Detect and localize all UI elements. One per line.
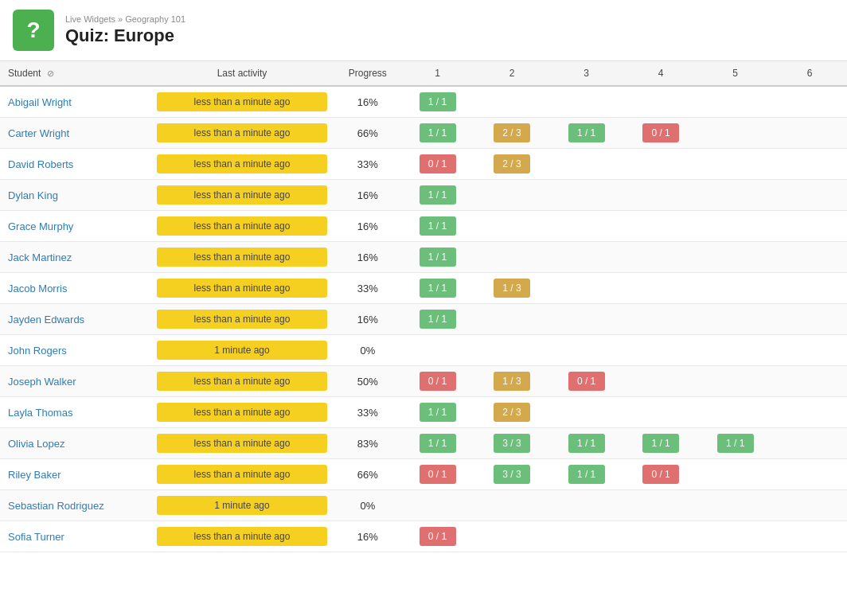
score-cell-q3 [549, 211, 624, 242]
activity-cell: less than a minute ago [149, 211, 335, 242]
score-cell-q6 [772, 335, 847, 366]
student-name-cell: Riley Baker [0, 459, 149, 490]
score-cell-q2 [474, 304, 549, 335]
score-badge: 0 / 1 [642, 123, 679, 142]
student-name[interactable]: Sofia Turner [8, 531, 64, 543]
student-name[interactable]: Abigail Wright [8, 96, 72, 108]
score-badge: 3 / 3 [494, 434, 530, 453]
student-name[interactable]: John Rogers [8, 345, 67, 357]
score-cell-q4 [623, 86, 698, 118]
col-progress: Progress [335, 61, 400, 86]
score-cell-q4 [623, 304, 698, 335]
progress-cell: 16% [335, 86, 400, 118]
score-cell-q1: 1 / 1 [400, 211, 475, 242]
student-name[interactable]: Sebastian Rodriguez [8, 500, 104, 512]
progress-cell: 33% [335, 149, 400, 180]
page-title: Quiz: Europe [65, 25, 185, 46]
score-badge: 1 / 1 [420, 310, 456, 329]
score-badge: 1 / 1 [420, 185, 456, 205]
score-cell-q2 [474, 86, 549, 118]
col-q2: 2 [474, 61, 549, 86]
student-name[interactable]: Dylan King [8, 189, 58, 201]
app-icon: ? [13, 10, 54, 51]
student-name[interactable]: Joseph Walker [8, 376, 76, 388]
score-cell-q1: 0 / 1 [400, 459, 475, 490]
score-badge: 2 / 3 [494, 123, 530, 142]
table-header-row: Student ⊘ Last activity Progress 1 2 3 4… [0, 61, 847, 86]
student-name[interactable]: Carter Wright [8, 127, 69, 139]
score-cell-q3 [549, 273, 624, 304]
table-row: Layla Thomasless than a minute ago33%1 /… [0, 397, 847, 428]
score-cell-q3 [549, 521, 624, 552]
student-name-cell: Carter Wright [0, 118, 149, 149]
table-row: Jacob Morrisless than a minute ago33%1 /… [0, 273, 847, 304]
student-name[interactable]: Olivia Lopez [8, 438, 65, 450]
score-cell-q2 [474, 242, 549, 273]
score-cell-q2 [474, 335, 549, 366]
score-badge: 3 / 3 [494, 465, 530, 484]
activity-cell: less than a minute ago [149, 86, 335, 118]
student-name[interactable]: Grace Murphy [8, 220, 73, 232]
score-cell-q4 [623, 242, 698, 273]
breadcrumb: Live Widgets » Geography 101 [65, 14, 185, 24]
score-badge: 1 / 3 [494, 279, 530, 298]
score-badge: 1 / 1 [568, 434, 605, 453]
table-row: Dylan Kingless than a minute ago16%1 / 1 [0, 180, 847, 211]
activity-badge: less than a minute ago [157, 123, 327, 142]
score-cell-q6 [772, 428, 847, 459]
score-badge: 1 / 1 [420, 248, 456, 267]
student-name-cell: Dylan King [0, 180, 149, 211]
table-row: Riley Bakerless than a minute ago66%0 / … [0, 459, 847, 490]
score-cell-q2: 3 / 3 [474, 459, 549, 490]
table-row: Grace Murphyless than a minute ago16%1 /… [0, 211, 847, 242]
score-cell-q5 [698, 149, 773, 180]
score-cell-q1: 1 / 1 [400, 118, 475, 149]
student-name[interactable]: David Roberts [8, 158, 73, 170]
score-cell-q5 [698, 304, 773, 335]
score-badge: 1 / 1 [420, 403, 456, 422]
score-cell-q5 [698, 335, 773, 366]
activity-cell: less than a minute ago [149, 304, 335, 335]
activity-cell: less than a minute ago [149, 180, 335, 211]
filter-icon[interactable]: ⊘ [47, 68, 54, 79]
activity-cell: less than a minute ago [149, 397, 335, 428]
score-badge: 1 / 3 [494, 372, 530, 391]
progress-cell: 16% [335, 304, 400, 335]
score-cell-q3 [549, 149, 624, 180]
score-badge: 1 / 1 [568, 123, 605, 142]
score-cell-q6 [772, 118, 847, 149]
score-cell-q3 [549, 86, 624, 118]
score-cell-q4 [623, 180, 698, 211]
student-name-cell: Abigail Wright [0, 86, 149, 118]
table-row: Jayden Edwardsless than a minute ago16%1… [0, 304, 847, 335]
student-name[interactable]: Riley Baker [8, 469, 60, 481]
activity-badge: less than a minute ago [157, 154, 327, 173]
table-row: John Rogers1 minute ago0% [0, 335, 847, 366]
score-badge: 0 / 1 [568, 372, 605, 391]
score-badge: 1 / 1 [420, 434, 456, 453]
activity-badge: less than a minute ago [157, 248, 327, 267]
score-cell-q1 [400, 335, 475, 366]
score-cell-q6 [772, 273, 847, 304]
score-badge: 1 / 1 [717, 434, 754, 453]
score-cell-q1: 1 / 1 [400, 273, 475, 304]
student-name[interactable]: Jacob Morris [8, 283, 67, 294]
score-cell-q6 [772, 242, 847, 273]
score-cell-q5 [698, 459, 773, 490]
score-cell-q5 [698, 273, 773, 304]
student-name-cell: Grace Murphy [0, 211, 149, 242]
student-name[interactable]: Jack Martinez [8, 251, 72, 263]
activity-badge: less than a minute ago [157, 465, 327, 484]
score-badge: 0 / 1 [420, 154, 456, 173]
activity-badge: less than a minute ago [157, 527, 327, 546]
score-cell-q2: 1 / 3 [474, 273, 549, 304]
score-cell-q1: 0 / 1 [400, 521, 475, 552]
score-cell-q5 [698, 211, 773, 242]
progress-cell: 66% [335, 459, 400, 490]
student-name[interactable]: Layla Thomas [8, 407, 72, 419]
icon-question: ? [26, 18, 40, 43]
score-cell-q1: 0 / 1 [400, 366, 475, 397]
score-cell-q1: 1 / 1 [400, 180, 475, 211]
student-name[interactable]: Jayden Edwards [8, 314, 84, 326]
col-q1: 1 [400, 61, 475, 86]
